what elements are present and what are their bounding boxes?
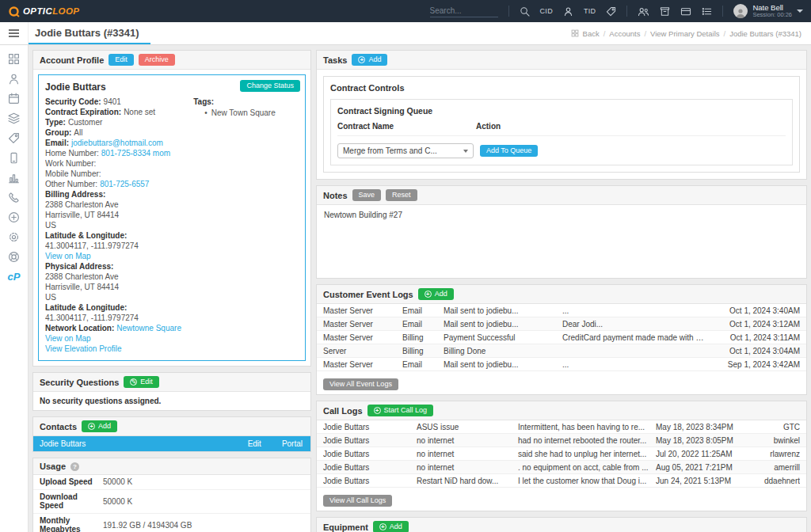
breadcrumb-item[interactable]: View Primary Details bbox=[640, 29, 719, 38]
event-log-row[interactable]: Server Billing Billing Done Oct 1, 2024 … bbox=[317, 344, 806, 358]
reports-icon[interactable] bbox=[8, 172, 20, 184]
app-logo[interactable]: OPTICLOOP bbox=[8, 6, 79, 17]
account-profile-section: Account Profile Edit Archive Change Stat… bbox=[32, 50, 311, 367]
event-date: Oct 1, 2024 3:04AM bbox=[711, 347, 800, 355]
address-line: 2388 Charleston Ave bbox=[45, 200, 187, 210]
call-description: I let the customer know that Doug i... bbox=[518, 477, 656, 485]
event-type: Email bbox=[402, 306, 444, 315]
call-log-row[interactable]: Jodie Buttars no internet had no interne… bbox=[317, 434, 806, 447]
tag-item: •New Town Square bbox=[193, 108, 299, 117]
page-title: Jodie Buttars (#3341) bbox=[29, 22, 150, 44]
user-menu[interactable]: Nate Bell Session: 00:26 bbox=[733, 4, 803, 19]
add-circle-icon[interactable] bbox=[8, 211, 20, 223]
usage-value: 50000 K bbox=[103, 497, 132, 506]
reset-notes-button[interactable]: Reset bbox=[386, 189, 417, 201]
call-customer: Jodie Buttars bbox=[323, 463, 417, 472]
box-icon[interactable] bbox=[660, 6, 670, 17]
event-detail: ... bbox=[562, 360, 711, 369]
email-link[interactable]: jodiebuttars@hotmail.com bbox=[71, 139, 163, 147]
event-subject: Mail sent to jodiebu... bbox=[444, 320, 562, 329]
add-contact-button[interactable]: +Add bbox=[82, 420, 117, 432]
view-all-call-logs-button[interactable]: View All Call Logs bbox=[323, 495, 392, 507]
add-equipment-button[interactable]: +Add bbox=[373, 521, 409, 532]
devices-icon[interactable] bbox=[8, 152, 20, 164]
other-number-link[interactable]: 801-725-6557 bbox=[100, 180, 149, 188]
field-label: Type: bbox=[45, 118, 66, 127]
call-subject: no internet bbox=[417, 450, 518, 458]
view-on-map-link[interactable]: View on Map bbox=[45, 334, 91, 343]
list-icon[interactable] bbox=[702, 6, 712, 17]
support-icon[interactable] bbox=[8, 251, 20, 263]
start-call-log-button[interactable]: +Start Call Log bbox=[367, 405, 434, 416]
search-input[interactable] bbox=[430, 5, 498, 17]
usage-row: Download Speed50000 K bbox=[33, 490, 310, 514]
call-customer: Jodie Buttars bbox=[323, 423, 417, 431]
event-log-row[interactable]: Master Server Billing Payment Successful… bbox=[317, 331, 806, 344]
contact-portal-link[interactable]: Portal bbox=[282, 439, 303, 448]
bullet-icon: • bbox=[204, 108, 208, 117]
calendar-icon[interactable] bbox=[8, 93, 20, 104]
action-column-header: Action bbox=[476, 122, 501, 131]
add-event-log-button[interactable]: +Add bbox=[418, 288, 454, 300]
contract-select[interactable]: Merge from Terms and C... bbox=[337, 143, 474, 158]
layers-icon[interactable] bbox=[8, 112, 20, 124]
cpanel-logo[interactable]: cP bbox=[8, 271, 21, 283]
settings-icon[interactable] bbox=[8, 231, 20, 243]
breadcrumb-item[interactable]: Accounts bbox=[600, 29, 641, 38]
contact-row[interactable]: Jodie Buttars Edit Portal bbox=[33, 436, 310, 451]
event-logs-title: Customer Event Logs bbox=[323, 290, 413, 299]
view-elevation-profile-link[interactable]: View Elevation Profile bbox=[45, 344, 122, 353]
address-line: Harrisville, UT 84414 bbox=[45, 282, 187, 292]
tags-icon[interactable] bbox=[8, 132, 20, 144]
plus-icon: + bbox=[379, 523, 386, 530]
add-task-button[interactable]: +Add bbox=[352, 54, 387, 66]
apps-grid-icon[interactable] bbox=[8, 53, 20, 65]
phone-icon[interactable] bbox=[8, 192, 20, 203]
tid-label[interactable]: TID bbox=[584, 7, 596, 15]
edit-security-questions-button[interactable]: ✎Edit bbox=[124, 376, 159, 388]
contact-edit-link[interactable]: Edit bbox=[248, 439, 261, 448]
call-log-row[interactable]: Jodie Buttars no internet said she had t… bbox=[317, 447, 806, 461]
security-questions-section: Security Questions ✎Edit No security que… bbox=[32, 372, 311, 411]
event-date: Oct 1, 2024 3:11AM bbox=[711, 333, 800, 342]
event-subject: Billing Done bbox=[444, 347, 562, 355]
add-to-queue-button[interactable]: Add To Queue bbox=[480, 145, 538, 157]
notes-textarea[interactable]: Newtown Building #27 bbox=[317, 205, 806, 278]
call-agent: GTC bbox=[751, 423, 800, 431]
cid-label[interactable]: CID bbox=[540, 7, 553, 15]
event-source: Master Server bbox=[323, 320, 402, 329]
call-date: May 18, 2023 8:05PM bbox=[656, 436, 751, 445]
security-questions-title: Security Questions bbox=[40, 378, 119, 387]
security-code-value: 9401 bbox=[104, 97, 121, 106]
view-all-event-logs-button[interactable]: View All Event Logs bbox=[323, 378, 398, 390]
people-icon[interactable] bbox=[638, 6, 649, 17]
archive-button[interactable]: Archive bbox=[139, 54, 175, 66]
breadcrumb-item[interactable]: Jodie Buttars (#3341) bbox=[720, 29, 801, 38]
home-number-link[interactable]: 801-725-8334 mom bbox=[101, 149, 170, 158]
call-log-row[interactable]: Jodie Buttars Restart NiD hard dow... I … bbox=[317, 474, 806, 488]
contacts-icon[interactable] bbox=[8, 73, 20, 85]
hamburger-menu-icon[interactable] bbox=[0, 22, 29, 44]
call-log-row[interactable]: Jodie Buttars no internet . no equipment… bbox=[317, 461, 806, 474]
person-icon[interactable] bbox=[563, 6, 573, 17]
tasks-title: Tasks bbox=[323, 55, 347, 65]
help-icon[interactable]: ? bbox=[70, 462, 79, 471]
network-location-link[interactable]: Newtowne Square bbox=[116, 324, 181, 332]
event-log-row[interactable]: Master Server Email Mail sent to jodiebu… bbox=[317, 317, 806, 331]
edit-button[interactable]: Edit bbox=[109, 54, 134, 66]
event-log-row[interactable]: Master Server Email Mail sent to jodiebu… bbox=[317, 358, 806, 371]
field-label: Email: bbox=[45, 139, 69, 147]
tag-icon[interactable] bbox=[606, 6, 616, 17]
contact-name: Jodie Buttars bbox=[40, 439, 227, 448]
event-log-row[interactable]: Master Server Email Mail sent to jodiebu… bbox=[317, 304, 806, 317]
field-label: Home Number: bbox=[45, 149, 99, 158]
view-on-map-link[interactable]: View on Map bbox=[45, 252, 91, 260]
change-status-button[interactable]: Change Status bbox=[240, 80, 300, 92]
plus-icon: + bbox=[88, 423, 95, 430]
call-log-row[interactable]: Jodie Buttars ASUS issue Intermittent, h… bbox=[317, 420, 806, 434]
breadcrumb-item[interactable]: Back bbox=[583, 29, 600, 38]
save-notes-button[interactable]: Save bbox=[352, 189, 382, 201]
address-line: US bbox=[45, 292, 187, 302]
credit-card-icon[interactable] bbox=[680, 6, 691, 17]
search-icon[interactable] bbox=[520, 6, 530, 17]
